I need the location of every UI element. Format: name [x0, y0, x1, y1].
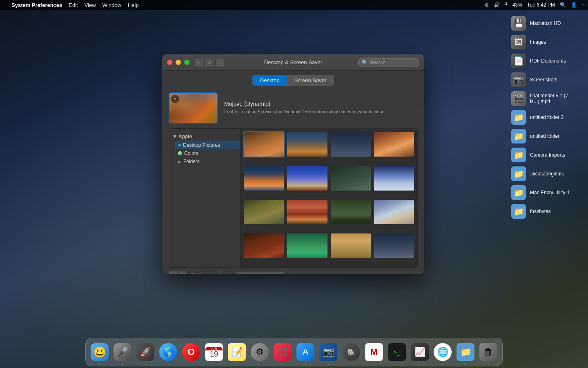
sidebar-item-macintosh-hd[interactable]: 💾 Macintosh HD — [510, 15, 585, 32]
tab-screensaver[interactable]: Screen Saver — [287, 76, 334, 85]
dock-chrome[interactable]: 🌐 — [432, 341, 453, 363]
wallpaper-3[interactable] — [330, 131, 372, 157]
window-close-button[interactable] — [167, 60, 172, 65]
sidebar-item-images[interactable]: 🖼 Images — [510, 34, 585, 51]
picasa-folder-icon: 📁 — [511, 166, 526, 181]
window-minimize-button[interactable] — [176, 60, 181, 65]
wallpaper-11[interactable] — [330, 199, 372, 225]
window-maximize-button[interactable] — [184, 60, 189, 65]
siri-icon: 🎤 — [114, 343, 131, 361]
wallpaper-13[interactable] — [243, 233, 285, 259]
wallpaper-img-16 — [374, 233, 414, 258]
wallpaper-8[interactable] — [373, 165, 415, 191]
wallpaper-10[interactable] — [286, 199, 328, 225]
activity-monitor-icon: 📈 — [411, 343, 429, 361]
nav-grid-button[interactable]: ⋮ — [216, 58, 225, 67]
bluetooth-icon: ┸ — [505, 2, 508, 8]
sidebar-pdf-label: PDF Documents — [530, 58, 566, 64]
wallpaper-img-14 — [287, 233, 327, 258]
wallpaper-9[interactable] — [243, 199, 285, 225]
trash-icon: 🗑 — [479, 343, 497, 361]
change-picture-checkbox-label[interactable]: Change picture: — [191, 273, 232, 274]
menubar-edit[interactable]: Edit — [69, 2, 78, 8]
menubar-window[interactable]: Window — [102, 2, 121, 8]
tab-desktop[interactable]: Desktop — [253, 76, 287, 85]
dock-safari[interactable]: 🌎 — [158, 341, 179, 363]
wallpaper-img-7 — [331, 166, 371, 191]
dock-activity-monitor[interactable]: 📈 — [409, 341, 430, 363]
change-picture-interval-select[interactable]: Every 30 minutes ▾ — [236, 272, 285, 274]
user-icon[interactable]: 👤 — [571, 2, 577, 8]
tab-group: Desktop Screen Saver — [252, 75, 334, 86]
gmail-icon: M — [365, 343, 383, 361]
tree-section-label: Apple — [178, 134, 192, 139]
nav-forward-button[interactable]: › — [205, 58, 214, 67]
dock-virtualbox[interactable]: 📷 — [318, 341, 339, 363]
change-picture-checkbox[interactable] — [191, 273, 196, 274]
sidebar-item-untitled-folder[interactable]: 📁 untitled folder — [510, 128, 585, 145]
wallpaper-2[interactable] — [286, 131, 328, 157]
dock-system-preferences[interactable]: ⚙ — [249, 341, 270, 363]
sidebar-item-pdf[interactable]: 📄 PDF Documents — [510, 52, 585, 70]
window-titlebar: ‹ › ⋮ Desktop & Screen Saver 🔍 Search — [162, 54, 424, 71]
menu-icon[interactable]: ≡ — [582, 2, 585, 8]
wallpaper-16[interactable] — [373, 233, 415, 259]
wallpaper-6[interactable] — [286, 165, 328, 191]
dock-siri[interactable]: 🎤 — [112, 341, 133, 363]
tree-item-desktop-pictures[interactable]: ■ Desktop Pictures — [175, 141, 240, 149]
wallpaper-15[interactable] — [330, 233, 372, 259]
app-store-icon: A — [296, 343, 314, 361]
search-icon[interactable]: 🔍 — [560, 2, 566, 8]
dock-app-store[interactable]: A — [295, 341, 316, 363]
sidebar-item-camera-imports[interactable]: 📁 Camera Imports — [510, 146, 585, 164]
window-tabs: Desktop Screen Saver — [162, 71, 424, 89]
tree-item-colors[interactable]: Colors — [175, 149, 240, 157]
wallpaper-7[interactable] — [330, 165, 372, 191]
calendar-icon: JUN 19 — [205, 343, 223, 361]
sidebar-mac-encrypt-label: Mac Encry...tility-1 — [530, 190, 570, 195]
wallpaper-4[interactable] — [373, 131, 415, 157]
dock-notes[interactable]: 📝 — [226, 341, 247, 363]
sidebar-item-fossbytes[interactable]: 📁 fossbytes — [510, 203, 585, 220]
sidebar-item-picasa[interactable]: 📁 .picasaoriginals — [510, 165, 585, 182]
dock-terminal[interactable]: >_ — [386, 341, 408, 363]
dock-music[interactable]: 🎵 — [272, 341, 293, 363]
tree-colors-label: Colors — [184, 150, 198, 156]
dock-finder[interactable]: 😀 — [89, 341, 110, 363]
wallpaper-img-6 — [287, 166, 327, 191]
dock-trash[interactable]: 🗑 — [478, 341, 499, 363]
chrome-icon: 🌐 — [434, 343, 452, 361]
wallpaper-1[interactable] — [243, 131, 285, 157]
wallpaper-14[interactable] — [286, 233, 328, 259]
dock-gmail[interactable]: M — [363, 341, 385, 363]
sidebar-camera-imports-label: Camera Imports — [530, 152, 565, 158]
nav-back-button[interactable]: ‹ — [194, 58, 203, 67]
change-picture-row: Change picture: Every 30 minutes ▾ — [191, 272, 285, 274]
dock-calendar[interactable]: JUN 19 — [203, 341, 225, 363]
menubar-help[interactable]: Help — [128, 2, 139, 8]
wallpaper-img-13 — [244, 233, 284, 258]
tree-item-folders[interactable]: ▶ Folders — [175, 157, 240, 166]
dock-folder[interactable]: 📁 — [455, 341, 476, 363]
add-folder-button[interactable]: + — [169, 271, 178, 274]
wallpaper-img-10 — [287, 200, 327, 224]
window-nav: ‹ › ⋮ — [194, 58, 225, 67]
dock-launchpad[interactable]: 🚀 — [135, 341, 156, 363]
menubar-app-name[interactable]: System Preferences — [11, 2, 62, 8]
sidebar-item-video[interactable]: 🎬 final render v 1 (7 is...).mp4 — [510, 90, 585, 107]
dock-opera[interactable]: O — [180, 341, 202, 363]
wallpaper-5[interactable] — [243, 165, 285, 191]
menubar: System Preferences Edit View Window Help… — [0, 0, 588, 10]
remove-folder-button[interactable]: − — [178, 271, 187, 274]
menubar-view[interactable]: View — [85, 2, 96, 8]
dock-sequel-pro[interactable]: 🐘 — [341, 341, 362, 363]
window-search-box[interactable]: 🔍 Search — [358, 58, 419, 67]
wallpaper-12[interactable] — [373, 199, 415, 225]
sidebar-item-untitled-folder-2[interactable]: 📁 untitled folder 2 — [510, 109, 585, 126]
sidebar-item-screenshots[interactable]: 📷 Screenshots — [510, 71, 585, 88]
safari-icon: 🌎 — [159, 343, 177, 361]
tree-disclosure-apple[interactable]: ▼ — [172, 134, 178, 139]
sidebar-item-mac-encrypt[interactable]: 📁 Mac Encry...tility-1 — [510, 184, 585, 201]
colors-dot-icon — [178, 151, 182, 155]
interval-value: Every 30 minutes — [238, 273, 272, 274]
